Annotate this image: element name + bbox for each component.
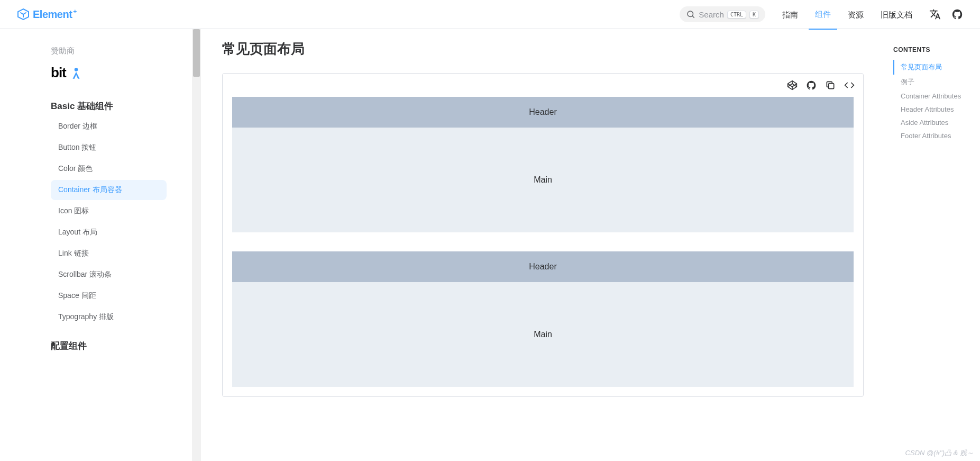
toc-item-header-attr[interactable]: Header Attributes: [893, 103, 980, 116]
search-box[interactable]: Search CTRL K: [680, 6, 765, 22]
sidebar-scrollbar-track[interactable]: [192, 29, 201, 461]
toc: CONTENTS 常见页面布局 例子 Container Attributes …: [885, 29, 980, 461]
demo-body: Header Main Header Main: [223, 97, 863, 396]
search-icon: [686, 10, 695, 19]
demo-toolbar: [223, 74, 863, 97]
sidebar-item-space[interactable]: Space 间距: [51, 286, 167, 306]
logo[interactable]: Element+: [17, 8, 77, 21]
page-body: 赞助商 bit Basic 基础组件 Border 边框 Button 按钮 C…: [0, 29, 980, 461]
sponsor-title: 赞助商: [51, 46, 167, 56]
nav-legacy[interactable]: 旧版文档: [874, 0, 919, 29]
toc-title: CONTENTS: [893, 46, 980, 53]
translate-icon[interactable]: [929, 8, 941, 20]
page-title: 常见页面布局: [222, 40, 864, 58]
nav-component[interactable]: 组件: [809, 0, 837, 30]
group-basic-title: Basic 基础组件: [51, 100, 167, 112]
sidebar-item-button[interactable]: Button 按钮: [51, 138, 167, 158]
search-placeholder: Search: [699, 10, 724, 19]
toc-item-example[interactable]: 例子: [893, 75, 980, 89]
sidebar-item-icon[interactable]: Icon 图标: [51, 201, 167, 221]
watermark: CSDN @(#'')凸 & 贱～: [905, 448, 974, 458]
code-icon[interactable]: [844, 80, 855, 91]
nav-guide[interactable]: 指南: [776, 0, 804, 29]
main-content: 常见页面布局 Header Main Header Main: [201, 29, 885, 461]
sidebar-item-scrollbar[interactable]: Scrollbar 滚动条: [51, 265, 167, 285]
svg-line-3: [693, 16, 694, 17]
layout-example-2: Header Main: [232, 251, 854, 387]
kbd-k: K: [749, 11, 759, 19]
svg-point-2: [688, 11, 693, 17]
kbd-ctrl: CTRL: [727, 11, 746, 19]
sidebar-item-typography[interactable]: Typography 排版: [51, 307, 167, 327]
sidebar-item-border[interactable]: Border 边框: [51, 116, 167, 137]
demo-block: Header Main Header Main: [222, 73, 864, 397]
demo-main-1: Main: [232, 128, 854, 232]
codepen-icon[interactable]: [787, 80, 798, 91]
toc-item-footer-attr[interactable]: Footer Attributes: [893, 129, 980, 142]
sidebar-scrollbar-thumb[interactable]: [193, 29, 200, 77]
toc-item-aside-attr[interactable]: Aside Attributes: [893, 116, 980, 129]
sponsor-logo[interactable]: bit: [51, 65, 167, 81]
element-logo-icon: [17, 8, 30, 21]
sidebar: 赞助商 bit Basic 基础组件 Border 边框 Button 按钮 C…: [0, 29, 192, 461]
github-icon[interactable]: [806, 80, 817, 91]
svg-rect-8: [829, 84, 834, 89]
nav-resource[interactable]: 资源: [841, 0, 870, 29]
toc-item-container-attr[interactable]: Container Attributes: [893, 89, 980, 103]
layout-example-1: Header Main: [232, 97, 854, 232]
sidebar-wrap: 赞助商 bit Basic 基础组件 Border 边框 Button 按钮 C…: [0, 29, 201, 461]
logo-text: Element+: [33, 8, 77, 21]
sidebar-item-container[interactable]: Container 布局容器: [51, 180, 167, 200]
toc-item-layouts[interactable]: 常见页面布局: [893, 60, 980, 75]
sidebar-item-link[interactable]: Link 链接: [51, 243, 167, 264]
github-icon[interactable]: [951, 8, 963, 20]
sidebar-item-color[interactable]: Color 颜色: [51, 159, 167, 179]
demo-header-2: Header: [232, 251, 854, 282]
svg-point-4: [75, 68, 78, 71]
top-header: Element+ Search CTRL K 指南 组件 资源 旧版文档: [0, 0, 980, 29]
group-config-title: 配置组件: [51, 340, 167, 352]
bit-person-icon: [69, 66, 83, 80]
demo-header-1: Header: [232, 97, 854, 128]
copy-icon[interactable]: [825, 80, 836, 91]
sidebar-item-layout[interactable]: Layout 布局: [51, 222, 167, 242]
sponsor-name: bit: [51, 65, 66, 81]
demo-main-2: Main: [232, 282, 854, 387]
header-right: Search CTRL K 指南 组件 资源 旧版文档: [680, 0, 963, 30]
